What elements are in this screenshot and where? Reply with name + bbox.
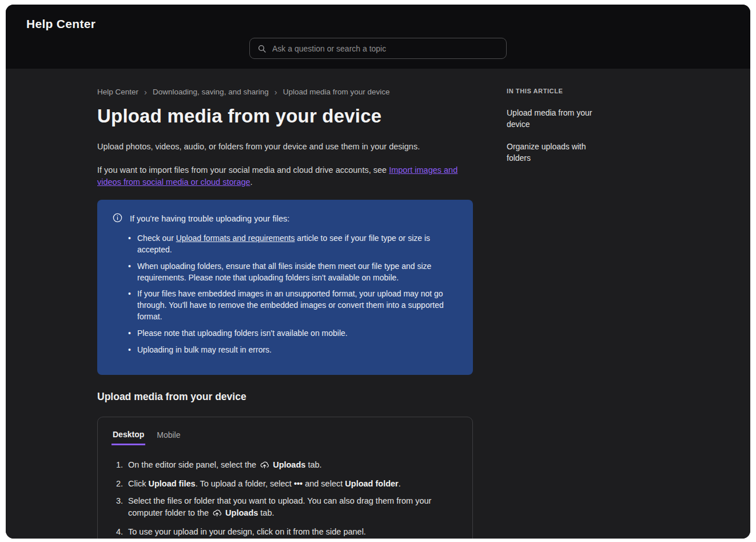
tab-mobile[interactable]: Mobile (156, 430, 181, 445)
breadcrumb: Help Center›Downloading, saving, and sha… (97, 88, 473, 96)
search-bar[interactable] (249, 38, 507, 59)
section-heading: Upload media from your device (97, 391, 473, 403)
text-run: Check our (137, 234, 176, 243)
in-this-article-panel: IN THIS ARTICLE Upload media from your d… (507, 88, 603, 539)
text-run: To use your upload in your design, click… (128, 527, 366, 536)
text-run: . (399, 479, 401, 488)
text-run: If you want to import files from your so… (97, 165, 389, 175)
text-run: Click (128, 479, 148, 488)
text-run: tab. (305, 460, 321, 469)
inline-link[interactable]: Upload formats and requirements (176, 234, 295, 243)
text-run: and select (303, 479, 345, 488)
text-run: Upload folder (345, 479, 398, 488)
breadcrumb-separator: › (144, 88, 147, 96)
toc-list: Upload media from your deviceOrganize up… (507, 107, 603, 164)
steps-list: On the editor side panel, select the Upl… (112, 459, 459, 538)
text-run: Select the files or folder that you want… (128, 496, 431, 517)
header: Help Center (6, 5, 750, 69)
help-center-window: Help Center Help Center›Downloading, sav… (6, 5, 750, 539)
toc-heading: IN THIS ARTICLE (507, 88, 603, 94)
help-center-logo[interactable]: Help Center (26, 17, 96, 31)
text-run: Please note that uploading folders isn't… (137, 329, 348, 338)
tab-desktop[interactable]: Desktop (112, 430, 145, 445)
text-run: Uploads (225, 508, 258, 517)
instructions-panel: Desktop Mobile On the editor side panel,… (97, 417, 473, 539)
text-run: . To upload a folder, select (196, 479, 294, 488)
import-paragraph: If you want to import files from your so… (97, 164, 473, 188)
breadcrumb-item[interactable]: Help Center (97, 88, 138, 96)
info-callout: If you're having trouble uploading your … (97, 200, 473, 375)
text-run: ••• (294, 479, 303, 488)
intro-paragraph: Upload photos, videos, audio, or folders… (97, 141, 473, 153)
text-run: . (250, 177, 253, 187)
toc-link[interactable]: Organize uploads with folders (507, 141, 603, 164)
step-item: To use your upload in your design, click… (116, 526, 459, 538)
callout-bullet-list: Check our Upload formats and requirement… (112, 233, 458, 356)
callout-bullet: When uploading folders, ensure that all … (128, 261, 458, 284)
cloud-upload-icon (260, 460, 269, 473)
toc-link[interactable]: Upload media from your device (507, 107, 603, 130)
step-item: Select the files or folder that you want… (116, 495, 459, 521)
text-run: If your files have embedded images in an… (137, 289, 444, 321)
page-title: Upload media from your device (97, 105, 473, 127)
callout-heading: If you're having trouble uploading your … (130, 214, 289, 223)
content-area: Help Center›Downloading, saving, and sha… (6, 69, 750, 539)
breadcrumb-item[interactable]: Downloading, saving, and sharing (153, 88, 269, 96)
text-run: Uploading in bulk may result in errors. (137, 345, 272, 354)
text-run: Uploads (273, 460, 305, 469)
info-icon (112, 212, 123, 225)
breadcrumb-item: Upload media from your device (283, 88, 390, 96)
text-run: tab. (258, 508, 274, 517)
breadcrumb-separator: › (274, 88, 277, 96)
cloud-upload-icon (212, 508, 222, 521)
callout-bullet: Check our Upload formats and requirement… (128, 233, 458, 256)
step-item: On the editor side panel, select the Upl… (116, 459, 459, 473)
search-icon (257, 44, 266, 53)
callout-bullet: Please note that uploading folders isn't… (128, 328, 458, 339)
tab-bar: Desktop Mobile (112, 430, 459, 445)
text-run: When uploading folders, ensure that all … (137, 262, 431, 282)
callout-header: If you're having trouble uploading your … (112, 212, 458, 225)
text-run: On the editor side panel, select the (128, 460, 258, 469)
callout-bullet: If your files have embedded images in an… (128, 288, 458, 323)
callout-bullet: Uploading in bulk may result in errors. (128, 345, 458, 356)
article: Help Center›Downloading, saving, and sha… (97, 88, 473, 539)
text-run: Upload files (148, 479, 195, 488)
step-item: Click Upload files. To upload a folder, … (116, 478, 459, 490)
search-input[interactable] (272, 44, 499, 53)
